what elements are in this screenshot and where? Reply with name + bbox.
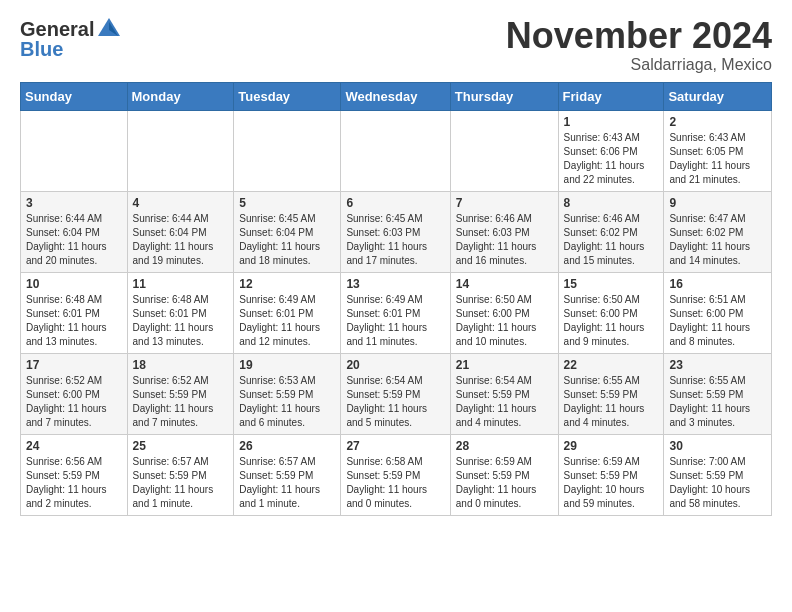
day-number: 2 (669, 115, 766, 129)
weekday-header-saturday: Saturday (664, 82, 772, 110)
day-number: 20 (346, 358, 444, 372)
calendar-cell: 27Sunrise: 6:58 AMSunset: 5:59 PMDayligh… (341, 434, 450, 515)
calendar-cell: 26Sunrise: 6:57 AMSunset: 5:59 PMDayligh… (234, 434, 341, 515)
day-number: 4 (133, 196, 229, 210)
day-info: Sunrise: 7:00 AMSunset: 5:59 PMDaylight:… (669, 455, 766, 511)
weekday-header-monday: Monday (127, 82, 234, 110)
day-number: 18 (133, 358, 229, 372)
weekday-header-wednesday: Wednesday (341, 82, 450, 110)
day-number: 12 (239, 277, 335, 291)
day-info: Sunrise: 6:50 AMSunset: 6:00 PMDaylight:… (456, 293, 553, 349)
day-info: Sunrise: 6:48 AMSunset: 6:01 PMDaylight:… (26, 293, 122, 349)
calendar-cell: 7Sunrise: 6:46 AMSunset: 6:03 PMDaylight… (450, 191, 558, 272)
calendar-cell: 3Sunrise: 6:44 AMSunset: 6:04 PMDaylight… (21, 191, 128, 272)
day-number: 11 (133, 277, 229, 291)
day-info: Sunrise: 6:48 AMSunset: 6:01 PMDaylight:… (133, 293, 229, 349)
calendar-cell: 30Sunrise: 7:00 AMSunset: 5:59 PMDayligh… (664, 434, 772, 515)
day-number: 8 (564, 196, 659, 210)
day-info: Sunrise: 6:45 AMSunset: 6:04 PMDaylight:… (239, 212, 335, 268)
title-block: November 2024 Saldarriaga, Mexico (506, 16, 772, 74)
calendar-cell: 13Sunrise: 6:49 AMSunset: 6:01 PMDayligh… (341, 272, 450, 353)
day-info: Sunrise: 6:58 AMSunset: 5:59 PMDaylight:… (346, 455, 444, 511)
calendar-cell: 20Sunrise: 6:54 AMSunset: 5:59 PMDayligh… (341, 353, 450, 434)
calendar-cell: 1Sunrise: 6:43 AMSunset: 6:06 PMDaylight… (558, 110, 664, 191)
day-info: Sunrise: 6:52 AMSunset: 5:59 PMDaylight:… (133, 374, 229, 430)
day-number: 5 (239, 196, 335, 210)
weekday-header-tuesday: Tuesday (234, 82, 341, 110)
calendar-cell: 29Sunrise: 6:59 AMSunset: 5:59 PMDayligh… (558, 434, 664, 515)
weekday-header-friday: Friday (558, 82, 664, 110)
calendar-cell: 17Sunrise: 6:52 AMSunset: 6:00 PMDayligh… (21, 353, 128, 434)
weekday-header-thursday: Thursday (450, 82, 558, 110)
day-number: 1 (564, 115, 659, 129)
day-number: 26 (239, 439, 335, 453)
calendar-cell: 25Sunrise: 6:57 AMSunset: 5:59 PMDayligh… (127, 434, 234, 515)
day-info: Sunrise: 6:59 AMSunset: 5:59 PMDaylight:… (564, 455, 659, 511)
calendar-cell (127, 110, 234, 191)
day-number: 3 (26, 196, 122, 210)
calendar-week-row: 10Sunrise: 6:48 AMSunset: 6:01 PMDayligh… (21, 272, 772, 353)
day-number: 6 (346, 196, 444, 210)
day-number: 24 (26, 439, 122, 453)
day-info: Sunrise: 6:54 AMSunset: 5:59 PMDaylight:… (456, 374, 553, 430)
calendar-cell: 18Sunrise: 6:52 AMSunset: 5:59 PMDayligh… (127, 353, 234, 434)
day-number: 23 (669, 358, 766, 372)
day-number: 25 (133, 439, 229, 453)
day-info: Sunrise: 6:44 AMSunset: 6:04 PMDaylight:… (133, 212, 229, 268)
calendar-cell: 12Sunrise: 6:49 AMSunset: 6:01 PMDayligh… (234, 272, 341, 353)
day-info: Sunrise: 6:47 AMSunset: 6:02 PMDaylight:… (669, 212, 766, 268)
day-info: Sunrise: 6:45 AMSunset: 6:03 PMDaylight:… (346, 212, 444, 268)
calendar-cell: 9Sunrise: 6:47 AMSunset: 6:02 PMDaylight… (664, 191, 772, 272)
day-info: Sunrise: 6:54 AMSunset: 5:59 PMDaylight:… (346, 374, 444, 430)
day-number: 10 (26, 277, 122, 291)
day-number: 13 (346, 277, 444, 291)
day-info: Sunrise: 6:46 AMSunset: 6:03 PMDaylight:… (456, 212, 553, 268)
day-info: Sunrise: 6:55 AMSunset: 5:59 PMDaylight:… (564, 374, 659, 430)
calendar-cell: 16Sunrise: 6:51 AMSunset: 6:00 PMDayligh… (664, 272, 772, 353)
day-info: Sunrise: 6:59 AMSunset: 5:59 PMDaylight:… (456, 455, 553, 511)
calendar-cell: 14Sunrise: 6:50 AMSunset: 6:00 PMDayligh… (450, 272, 558, 353)
calendar-cell: 23Sunrise: 6:55 AMSunset: 5:59 PMDayligh… (664, 353, 772, 434)
calendar-cell: 8Sunrise: 6:46 AMSunset: 6:02 PMDaylight… (558, 191, 664, 272)
day-number: 16 (669, 277, 766, 291)
calendar-cell: 2Sunrise: 6:43 AMSunset: 6:05 PMDaylight… (664, 110, 772, 191)
day-info: Sunrise: 6:43 AMSunset: 6:05 PMDaylight:… (669, 131, 766, 187)
day-info: Sunrise: 6:44 AMSunset: 6:04 PMDaylight:… (26, 212, 122, 268)
calendar-cell: 24Sunrise: 6:56 AMSunset: 5:59 PMDayligh… (21, 434, 128, 515)
weekday-header-sunday: Sunday (21, 82, 128, 110)
day-info: Sunrise: 6:52 AMSunset: 6:00 PMDaylight:… (26, 374, 122, 430)
day-info: Sunrise: 6:53 AMSunset: 5:59 PMDaylight:… (239, 374, 335, 430)
location-title: Saldarriaga, Mexico (506, 56, 772, 74)
calendar-cell: 4Sunrise: 6:44 AMSunset: 6:04 PMDaylight… (127, 191, 234, 272)
day-number: 21 (456, 358, 553, 372)
calendar-cell: 15Sunrise: 6:50 AMSunset: 6:00 PMDayligh… (558, 272, 664, 353)
day-info: Sunrise: 6:57 AMSunset: 5:59 PMDaylight:… (133, 455, 229, 511)
month-title: November 2024 (506, 16, 772, 56)
header: General Blue November 2024 Saldarriaga, … (20, 16, 772, 74)
calendar-week-row: 1Sunrise: 6:43 AMSunset: 6:06 PMDaylight… (21, 110, 772, 191)
calendar-cell: 11Sunrise: 6:48 AMSunset: 6:01 PMDayligh… (127, 272, 234, 353)
calendar-cell: 6Sunrise: 6:45 AMSunset: 6:03 PMDaylight… (341, 191, 450, 272)
logo: General Blue (20, 16, 122, 61)
day-number: 29 (564, 439, 659, 453)
calendar-cell (21, 110, 128, 191)
day-info: Sunrise: 6:49 AMSunset: 6:01 PMDaylight:… (239, 293, 335, 349)
page: General Blue November 2024 Saldarriaga, … (0, 0, 792, 532)
day-info: Sunrise: 6:55 AMSunset: 5:59 PMDaylight:… (669, 374, 766, 430)
day-number: 14 (456, 277, 553, 291)
day-info: Sunrise: 6:56 AMSunset: 5:59 PMDaylight:… (26, 455, 122, 511)
calendar-week-row: 3Sunrise: 6:44 AMSunset: 6:04 PMDaylight… (21, 191, 772, 272)
day-number: 17 (26, 358, 122, 372)
calendar-week-row: 24Sunrise: 6:56 AMSunset: 5:59 PMDayligh… (21, 434, 772, 515)
logo-icon (96, 16, 122, 42)
day-number: 28 (456, 439, 553, 453)
day-info: Sunrise: 6:46 AMSunset: 6:02 PMDaylight:… (564, 212, 659, 268)
day-number: 22 (564, 358, 659, 372)
calendar-week-row: 17Sunrise: 6:52 AMSunset: 6:00 PMDayligh… (21, 353, 772, 434)
day-number: 30 (669, 439, 766, 453)
calendar-cell (450, 110, 558, 191)
calendar-cell: 10Sunrise: 6:48 AMSunset: 6:01 PMDayligh… (21, 272, 128, 353)
day-number: 9 (669, 196, 766, 210)
day-number: 15 (564, 277, 659, 291)
calendar-cell: 19Sunrise: 6:53 AMSunset: 5:59 PMDayligh… (234, 353, 341, 434)
